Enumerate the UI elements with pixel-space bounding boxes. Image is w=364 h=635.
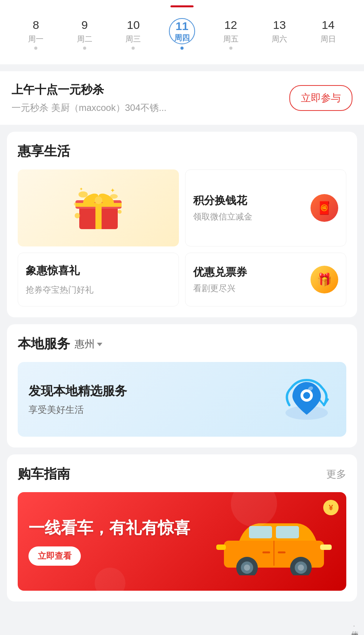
benefit-points-icon: 🧧 xyxy=(311,194,338,222)
day-number-8: 8 xyxy=(33,18,39,32)
benefit-points-name: 积分换钱花 xyxy=(193,193,252,208)
local-title: 本地服务 xyxy=(18,335,70,353)
car-deco-circle-2 xyxy=(95,568,125,591)
day-label-13: 周六 xyxy=(272,34,287,44)
car-banner-button[interactable]: 立即查看 xyxy=(28,546,81,566)
car-banner-main-title: 一线看车，有礼有惊喜 xyxy=(28,517,190,539)
car-coin-icon: ¥ xyxy=(323,500,339,515)
day-dot-12 xyxy=(229,47,232,50)
car-guide-section: 购车指南 更多 ¥ 一线看车，有礼有惊喜 立即查看 xyxy=(7,454,357,601)
calendar-day-9[interactable]: 9 周二 xyxy=(60,18,109,50)
svg-rect-31 xyxy=(278,551,286,553)
day-label-12: 周五 xyxy=(223,34,239,44)
gift-box-svg: ✦ ✦ xyxy=(72,185,125,231)
svg-point-16 xyxy=(303,392,310,399)
benefits-points-exchange[interactable]: 积分换钱花 领取微信立减金 🧧 xyxy=(185,169,346,246)
day-number-13: 13 xyxy=(273,18,286,32)
svg-rect-20 xyxy=(276,526,299,538)
day-number-11: 11 xyxy=(175,20,188,33)
car-guide-more[interactable]: 更多 xyxy=(326,467,346,481)
benefits-grid: ✦ ✦ 积分换钱花 领取微信立减金 🧧 象惠惊喜礼 抢券夺宝热门好礼 优惠兑票券… xyxy=(18,169,346,307)
day-dot-10 xyxy=(132,47,135,50)
local-banner-sub: 享受美好生活 xyxy=(28,404,127,416)
calendar-day-11[interactable]: 11 周四 xyxy=(158,18,207,50)
flash-sale-content: 上午十点一元秒杀 一元秒杀 美厨（maxcook）304不锈... xyxy=(12,82,167,114)
local-banner-text: 发现本地精选服务 享受美好生活 xyxy=(28,383,127,416)
active-ring: 11 周四 xyxy=(169,18,195,44)
benefit-coupon-name: 优惠兑票券 xyxy=(193,265,247,280)
car-guide-header: 购车指南 更多 xyxy=(18,465,346,483)
calendar-day-8[interactable]: 8 周一 xyxy=(12,18,60,50)
city-name: 惠州 xyxy=(75,337,95,351)
calendar-day-14[interactable]: 14 周日 xyxy=(304,18,352,50)
calendar-day-10[interactable]: 10 周三 xyxy=(109,18,158,50)
svg-rect-30 xyxy=(262,551,270,553)
local-service-banner[interactable]: 发现本地精选服务 享受美好生活 xyxy=(18,362,346,437)
car-svg xyxy=(212,506,336,575)
calendar-day-13[interactable]: 13 周六 xyxy=(255,18,304,50)
local-banner-title: 发现本地精选服务 xyxy=(28,383,127,400)
svg-rect-28 xyxy=(216,545,226,550)
ticket-icon: 🎁 xyxy=(317,272,332,287)
day-label-11: 周四 xyxy=(174,33,190,43)
svg-point-11 xyxy=(110,194,118,199)
day-label-9: 周二 xyxy=(77,34,92,44)
benefits-section: 惠享生活 xyxy=(7,132,357,317)
day-number-9: 9 xyxy=(82,18,88,32)
benefit-coupon-sub: 看剧更尽兴 xyxy=(193,283,247,294)
svg-point-6 xyxy=(95,196,102,204)
city-selector[interactable]: 惠州 xyxy=(75,337,102,351)
drag-indicator xyxy=(0,0,364,10)
svg-point-7 xyxy=(75,213,80,218)
svg-point-10 xyxy=(78,191,88,198)
benefit-points-text: 积分换钱花 领取微信立减金 xyxy=(193,193,252,223)
day-number-10: 10 xyxy=(127,18,140,32)
flash-sale-section: 上午十点一元秒杀 一元秒杀 美厨（maxcook）304不锈... 立即参与 xyxy=(0,71,364,125)
watermark: 值·什么值得买 xyxy=(350,625,360,627)
chevron-down-icon xyxy=(97,343,102,346)
benefits-gift-box[interactable]: ✦ ✦ xyxy=(18,169,179,246)
drag-bar xyxy=(170,5,194,7)
day-number-14: 14 xyxy=(322,18,334,32)
calendar-section: 8 周一 9 周二 10 周三 11 周四 12 周五 xyxy=(0,10,364,64)
day-label-8: 周一 xyxy=(28,34,43,44)
day-dot-13 xyxy=(278,47,281,50)
svg-point-23 xyxy=(244,565,250,571)
location-icon-container xyxy=(278,374,336,424)
benefit-surprise-name: 象惠惊喜礼 xyxy=(26,263,171,278)
benefit-points-sub: 领取微信立减金 xyxy=(193,211,252,223)
car-banner[interactable]: ¥ 一线看车，有礼有惊喜 立即查看 xyxy=(18,492,346,591)
benefits-title: 惠享生活 xyxy=(18,142,346,160)
day-dot-11 xyxy=(180,47,184,50)
local-header: 本地服务 惠州 xyxy=(18,335,346,353)
day-dot-8 xyxy=(34,47,37,50)
day-label-14: 周日 xyxy=(321,34,336,44)
car-banner-left: 一线看车，有礼有惊喜 立即查看 xyxy=(28,517,190,566)
flash-sale-desc: 一元秒杀 美厨（maxcook）304不锈... xyxy=(12,102,167,114)
location-pin-svg xyxy=(282,376,332,422)
svg-point-26 xyxy=(298,565,304,571)
day-label-10: 周三 xyxy=(125,34,141,44)
benefits-coupon-exchange[interactable]: 优惠兑票券 看剧更尽兴 🎁 xyxy=(185,253,346,307)
benefits-surprise-gift[interactable]: 象惠惊喜礼 抢券夺宝热门好礼 xyxy=(18,253,179,307)
svg-text:✦: ✦ xyxy=(110,187,115,194)
flash-sale-title: 上午十点一元秒杀 xyxy=(12,82,167,98)
calendar-day-12[interactable]: 12 周五 xyxy=(206,18,255,50)
car-illustration xyxy=(212,506,336,577)
benefit-coupon-text: 优惠兑票券 看剧更尽兴 xyxy=(193,265,247,294)
day-dot-9 xyxy=(83,47,86,50)
day-dot-14 xyxy=(327,47,330,50)
svg-rect-19 xyxy=(249,526,272,538)
benefit-coupon-icon: 🎁 xyxy=(311,266,338,293)
svg-rect-27 xyxy=(320,545,332,550)
svg-text:✦: ✦ xyxy=(79,186,83,192)
day-number-12: 12 xyxy=(224,18,237,32)
car-guide-title: 购车指南 xyxy=(18,465,70,483)
svg-point-8 xyxy=(118,210,122,214)
benefit-surprise-sub: 抢券夺宝热门好礼 xyxy=(26,284,171,296)
flash-sale-button[interactable]: 立即参与 xyxy=(289,85,352,111)
calendar-days: 8 周一 9 周二 10 周三 11 周四 12 周五 xyxy=(12,18,352,50)
local-service-section: 本地服务 惠州 发现本地精选服务 享受美好生活 xyxy=(7,324,357,447)
svg-point-9 xyxy=(74,203,77,206)
red-envelope-icon: 🧧 xyxy=(317,201,332,215)
